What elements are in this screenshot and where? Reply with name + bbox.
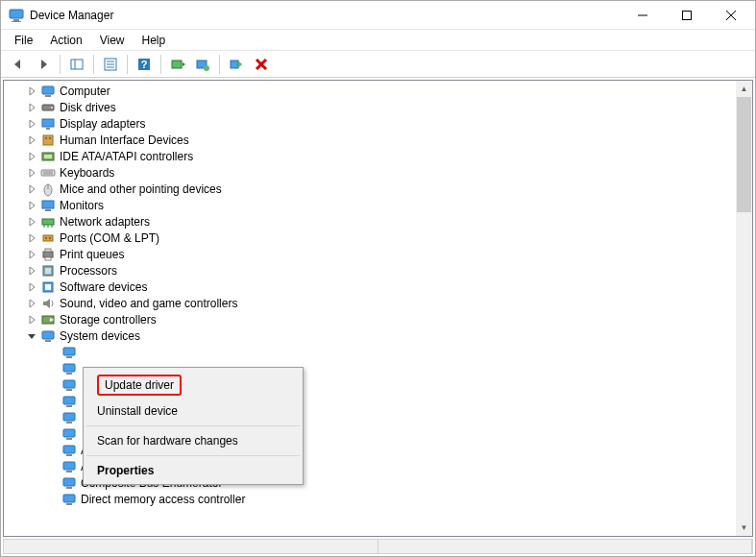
svg-rect-61 <box>66 389 72 391</box>
tree-category[interactable]: System devices <box>4 327 736 344</box>
highlight-annotation: Update driver <box>97 375 182 396</box>
svg-rect-50 <box>45 268 51 274</box>
uninstall-device-button[interactable] <box>250 54 273 75</box>
toolbar-separator <box>93 55 94 74</box>
tree-category[interactable]: Sound, video and game controllers <box>4 295 736 311</box>
cpu-icon <box>40 263 56 278</box>
scroll-up-button[interactable]: ▲ <box>736 81 752 97</box>
tree-category[interactable]: Keyboards <box>4 164 736 181</box>
storage-icon <box>40 312 56 327</box>
chevron-right-icon[interactable] <box>25 231 38 245</box>
chevron-right-icon[interactable] <box>25 280 38 294</box>
help-button[interactable]: ? <box>133 54 156 75</box>
chevron-right-icon[interactable] <box>25 215 38 229</box>
chevron-right-icon[interactable] <box>25 199 38 212</box>
tree-category-label: Keyboards <box>60 166 114 180</box>
chip-icon <box>61 410 77 425</box>
chevron-right-icon[interactable] <box>25 85 38 98</box>
chip-icon <box>61 361 77 376</box>
chevron-right-icon[interactable] <box>25 150 38 163</box>
disk-icon <box>40 100 56 115</box>
back-button[interactable] <box>7 54 30 75</box>
software-icon <box>40 279 56 295</box>
scroll-down-button[interactable]: ▼ <box>736 520 752 536</box>
port-icon <box>40 230 56 246</box>
toolbar-separator <box>60 55 61 74</box>
tree-category[interactable]: Display adapters <box>4 115 736 132</box>
tree-category[interactable]: Storage controllers <box>4 311 736 327</box>
chip-icon <box>61 377 77 393</box>
system-icon <box>40 328 56 344</box>
tree-category[interactable]: Ports (COM & LPT) <box>4 230 736 246</box>
chevron-right-icon[interactable] <box>25 133 38 147</box>
tree-category[interactable]: IDE ATA/ATAPI controllers <box>4 148 736 164</box>
svg-rect-73 <box>66 487 72 489</box>
tree-category[interactable]: Network adapters <box>4 213 736 230</box>
menu-file[interactable]: File <box>7 32 40 49</box>
keyboard-icon <box>40 165 56 181</box>
svg-point-29 <box>49 137 51 139</box>
chevron-right-icon[interactable] <box>25 297 38 310</box>
svg-rect-18 <box>231 61 238 68</box>
chip-icon <box>61 345 77 360</box>
chevron-right-icon[interactable] <box>25 264 38 278</box>
chevron-right-icon[interactable] <box>25 101 38 114</box>
tree-category[interactable]: Software devices <box>4 278 736 295</box>
chevron-right-icon[interactable] <box>25 166 38 180</box>
tree-category[interactable]: Mice and other pointing devices <box>4 181 736 197</box>
monitor-icon <box>40 198 56 213</box>
scan-hardware-button[interactable] <box>166 54 189 75</box>
tree-category[interactable]: Human Interface Devices <box>4 132 736 148</box>
tree-category[interactable]: Monitors <box>4 197 736 213</box>
tree-category[interactable]: Processors <box>4 262 736 278</box>
context-menu-item-update-driver[interactable]: Update driver <box>105 378 174 392</box>
tree-category[interactable]: Print queues <box>4 246 736 262</box>
svg-rect-54 <box>42 331 54 339</box>
tree-category[interactable]: Computer <box>4 83 736 99</box>
properties-button[interactable] <box>99 54 122 75</box>
forward-button[interactable] <box>32 54 55 75</box>
chevron-right-icon[interactable] <box>25 248 38 261</box>
update-driver-button[interactable] <box>191 54 214 75</box>
statusbar-cell <box>4 540 378 553</box>
network-icon <box>40 214 56 230</box>
maximize-button[interactable] <box>665 1 709 30</box>
enable-device-button[interactable] <box>225 54 248 75</box>
svg-point-28 <box>45 137 47 139</box>
svg-rect-68 <box>63 446 75 453</box>
tree-category-label: Print queues <box>60 248 124 261</box>
show-hide-console-button[interactable] <box>65 54 88 75</box>
scroll-thumb[interactable] <box>737 97 751 212</box>
svg-rect-31 <box>44 155 52 158</box>
context-menu-separator <box>86 455 300 456</box>
tree-category[interactable]: Disk drives <box>4 99 736 115</box>
tree-item[interactable]: Direct memory access controller <box>4 491 736 507</box>
tree-category-label: Sound, video and game controllers <box>60 297 237 310</box>
chevron-right-icon[interactable] <box>25 117 38 131</box>
chevron-down-icon[interactable] <box>25 329 38 343</box>
tree-category-label: System devices <box>60 329 140 343</box>
svg-rect-1 <box>13 19 19 21</box>
svg-rect-52 <box>45 284 51 290</box>
menu-view[interactable]: View <box>92 32 133 49</box>
context-menu-item-scan-hardware[interactable]: Scan for hardware changes <box>85 429 301 452</box>
menu-help[interactable]: Help <box>134 32 174 49</box>
context-menu-item-uninstall-device[interactable]: Uninstall device <box>85 400 301 423</box>
svg-rect-47 <box>45 249 51 252</box>
close-button[interactable] <box>709 1 753 30</box>
tree-category-label: Monitors <box>60 199 104 212</box>
chevron-right-icon[interactable] <box>25 182 38 196</box>
menu-action[interactable]: Action <box>42 32 89 49</box>
tree-item[interactable] <box>4 344 736 360</box>
vertical-scrollbar[interactable]: ▲ ▼ <box>736 81 752 536</box>
context-menu-separator <box>86 425 300 426</box>
svg-rect-15 <box>172 61 182 68</box>
svg-rect-57 <box>66 356 72 358</box>
context-menu-item-properties[interactable]: Properties <box>85 459 301 482</box>
chevron-right-icon[interactable] <box>25 313 38 327</box>
svg-rect-22 <box>45 95 51 97</box>
svg-rect-43 <box>43 235 53 241</box>
chip-icon <box>61 426 77 442</box>
svg-rect-46 <box>43 252 53 257</box>
minimize-button[interactable] <box>621 1 665 30</box>
